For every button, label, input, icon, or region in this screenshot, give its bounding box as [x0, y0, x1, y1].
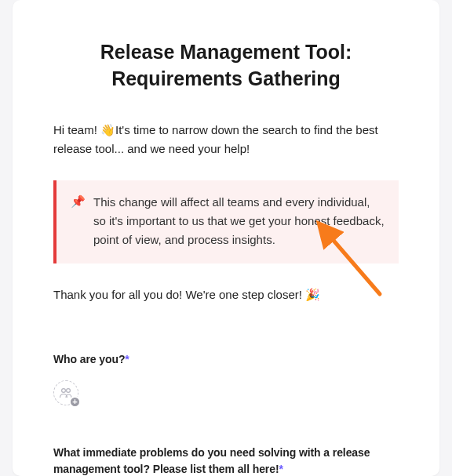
plus-icon: +	[69, 396, 81, 408]
question-who-text: Who are you?	[53, 353, 125, 365]
form-card: Release Management Tool: Requirements Ga…	[13, 0, 439, 476]
thanks-prefix: Thank you for all you do! We're one step…	[53, 288, 305, 301]
required-mark-2: *	[279, 463, 282, 475]
wave-emoji: 👋	[100, 123, 115, 136]
question-problems-text: What immediate problems do you need solv…	[53, 446, 370, 475]
svg-point-0	[62, 388, 66, 392]
intro-text: Hi team! 👋It's time to narrow down the s…	[53, 121, 399, 158]
intro-prefix: Hi team!	[53, 123, 100, 136]
svg-point-1	[67, 388, 71, 392]
callout-box: 📌 This change will affect all teams and …	[53, 180, 399, 263]
required-mark: *	[125, 353, 129, 365]
people-picker[interactable]: +	[53, 380, 78, 405]
callout-text: This change will affect all teams and ev…	[93, 193, 385, 249]
question-problems-label: What immediate problems do you need solv…	[53, 445, 399, 477]
pushpin-icon: 📌	[71, 193, 86, 249]
party-emoji: 🎉	[305, 288, 320, 301]
thanks-text: Thank you for all you do! We're one step…	[53, 285, 399, 304]
question-who-label: Who are you?*	[53, 351, 399, 368]
page-title: Release Management Tool: Requirements Ga…	[53, 39, 399, 93]
